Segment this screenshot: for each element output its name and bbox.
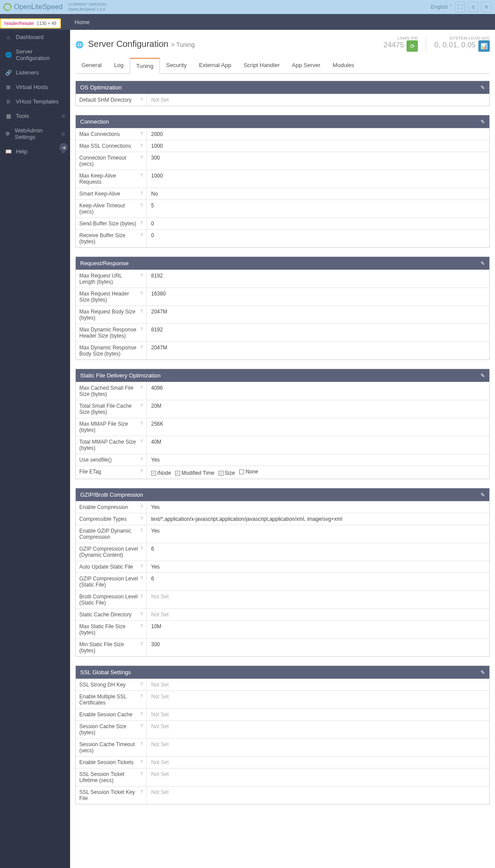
- row-label: Keep-Alive Timeout (secs): [79, 203, 138, 215]
- help-icon[interactable]: ?: [140, 457, 143, 462]
- sidebar-item-webadmin-settings[interactable]: ⚙WebAdmin Settings⊞: [0, 123, 70, 144]
- help-icon[interactable]: ?: [140, 723, 143, 729]
- help-icon[interactable]: ?: [140, 173, 143, 178]
- sidebar-item-vhost-templates[interactable]: ⎘VHost Templates: [0, 94, 70, 109]
- nav-icon: ⊞: [5, 84, 11, 90]
- edit-icon[interactable]: ✎: [481, 492, 485, 498]
- realtime-stats-button[interactable]: 📊: [478, 40, 490, 52]
- checkbox-modified-time[interactable]: ✓Modified Time: [175, 470, 214, 476]
- config-row: SSL Session Ticket Lifetime (secs)?Not S…: [76, 768, 489, 786]
- tab-security[interactable]: Security: [160, 58, 193, 73]
- help-icon[interactable]: ?: [140, 421, 143, 426]
- language-selector[interactable]: English ˅: [431, 4, 452, 10]
- help-icon[interactable]: ?: [140, 155, 143, 160]
- top-bar: OpenLiteSpeed CURRENT VERSION: OpenLiteS…: [0, 0, 495, 14]
- logout-icon[interactable]: ⎋: [468, 2, 478, 12]
- row-label: Max Dynamic Response Body Size (bytes): [79, 345, 138, 357]
- config-row: Connection Timeout (secs)?300: [76, 152, 489, 170]
- help-icon[interactable]: ?: [140, 327, 143, 332]
- row-label: Enable GZIP Dynamic Compression: [79, 528, 138, 540]
- edit-icon[interactable]: ✎: [481, 85, 485, 91]
- help-icon[interactable]: ?: [140, 203, 143, 208]
- tab-general[interactable]: General: [75, 58, 108, 73]
- help-icon[interactable]: ?: [140, 516, 143, 521]
- row-value: 5: [146, 200, 489, 217]
- row-value: 4096: [146, 382, 489, 400]
- tab-external-app[interactable]: External App: [193, 58, 237, 73]
- row-value: Not Set: [146, 721, 489, 738]
- help-icon[interactable]: ?: [140, 143, 143, 148]
- help-icon[interactable]: ?: [140, 612, 143, 617]
- page-title-wrap: 🌐 Server Configuration > Tuning: [75, 39, 195, 49]
- help-icon[interactable]: ?: [140, 623, 143, 629]
- help-icon[interactable]: ?: [140, 291, 143, 296]
- help-icon[interactable]: ?: [140, 439, 143, 444]
- sidebar-item-tools[interactable]: ▦Tools⊞: [0, 109, 70, 123]
- help-icon[interactable]: ?: [140, 528, 143, 533]
- row-label: Max Request Body Size (bytes): [79, 309, 138, 321]
- tab-modules[interactable]: Modules: [326, 58, 360, 73]
- tab-app-server[interactable]: App Server: [286, 58, 326, 73]
- help-icon[interactable]: ?: [140, 711, 143, 717]
- nav-label: Virtual Hosts: [16, 84, 48, 90]
- tab-log[interactable]: Log: [108, 58, 130, 73]
- checkbox-none[interactable]: None: [239, 469, 258, 475]
- help-icon[interactable]: ?: [140, 309, 143, 314]
- row-value: Yes: [146, 454, 489, 466]
- sidebar-item-dashboard[interactable]: ⌂Dashboard: [0, 30, 70, 44]
- edit-icon[interactable]: ✎: [481, 260, 485, 267]
- breadcrumb[interactable]: Home: [74, 19, 90, 25]
- help-icon[interactable]: ?: [140, 469, 143, 474]
- help-icon[interactable]: ?: [140, 546, 143, 551]
- help-icon[interactable]: ?: [140, 232, 143, 238]
- help-icon[interactable]: ?: [140, 694, 143, 699]
- panel-ssl-global-settings: SSL Global Settings✎SSL Strong DH Key?No…: [75, 665, 490, 804]
- help-icon[interactable]: ?: [140, 385, 143, 390]
- help-icon[interactable]: ?: [140, 594, 143, 599]
- help-icon[interactable]: ?: [140, 221, 143, 226]
- panel-connection: Connection✎Max Connections?2000Max SSL C…: [75, 115, 490, 248]
- restart-button[interactable]: ⟳: [407, 40, 418, 52]
- help-icon[interactable]: ?: [140, 191, 143, 196]
- devtools-highlight-badge: header#header1130 × 49: [0, 18, 61, 28]
- expand-icon: ⊞: [61, 132, 65, 136]
- edit-icon[interactable]: ✎: [481, 119, 485, 125]
- tab-script-handler[interactable]: Script Handler: [237, 58, 286, 73]
- help-icon[interactable]: ?: [140, 403, 143, 408]
- edit-icon[interactable]: ✎: [481, 669, 485, 676]
- config-row: Total Small File Cache Size (bytes)?20M: [76, 400, 489, 418]
- tab-tuning[interactable]: Tuning: [130, 58, 160, 74]
- sidebar-item-listeners[interactable]: 🔗Listeners: [0, 65, 70, 80]
- help-icon[interactable]: ?: [140, 771, 143, 776]
- edit-icon[interactable]: ✎: [481, 373, 485, 379]
- help-icon[interactable]: ?: [140, 345, 143, 350]
- row-label: Connection Timeout (secs): [79, 155, 138, 167]
- config-row: GZIP Compression Level (Dynamic Content)…: [76, 543, 489, 561]
- panel-title: SSL Global Settings: [80, 669, 131, 676]
- help-icon[interactable]: ?: [140, 97, 143, 102]
- sidebar-collapse-button[interactable]: ◀: [59, 143, 68, 152]
- row-label: Enable Multiple SSL Certificates: [79, 694, 138, 706]
- help-icon[interactable]: ?: [140, 576, 143, 581]
- config-row: Max MMAP File Size (bytes)?256K: [76, 418, 489, 436]
- config-row: SSL Strong DH Key?Not Set: [76, 679, 489, 690]
- brand-logo[interactable]: OpenLiteSpeed: [4, 3, 63, 11]
- help-icon[interactable]: ?: [140, 504, 143, 509]
- sidebar-item-server-configuration[interactable]: 🌐Server Configuration: [0, 44, 70, 65]
- checkbox-inode[interactable]: ✓iNode: [151, 470, 171, 476]
- help-icon[interactable]: ?: [140, 789, 143, 794]
- help-icon[interactable]: ?: [140, 741, 143, 747]
- help-icon[interactable]: ?: [140, 273, 143, 278]
- help-icon[interactable]: ?: [140, 641, 143, 647]
- sidebar-item-virtual-hosts[interactable]: ⊞Virtual Hosts: [0, 80, 70, 94]
- help-icon[interactable]: ?: [140, 682, 143, 687]
- help-icon[interactable]: ?: [140, 564, 143, 569]
- fullscreen-icon[interactable]: ⛶: [455, 2, 465, 12]
- help-icon[interactable]: ?: [140, 759, 143, 765]
- row-value: 40M: [146, 436, 489, 454]
- help-icon[interactable]: ?: [140, 131, 143, 136]
- menu-icon[interactable]: ≡: [481, 2, 491, 12]
- row-value: 6: [146, 573, 489, 591]
- row-value: 8192: [146, 270, 489, 288]
- checkbox-size[interactable]: ✓Size: [219, 470, 235, 476]
